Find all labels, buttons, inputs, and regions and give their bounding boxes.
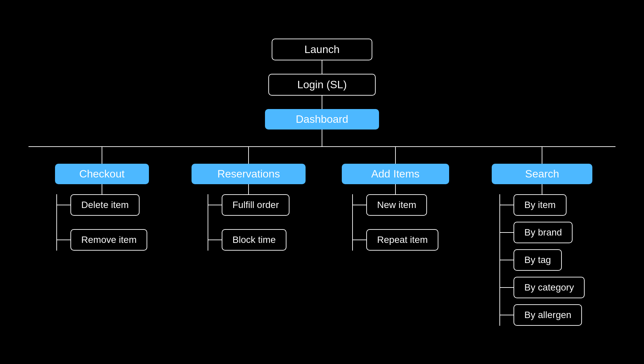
by-item-label: By item bbox=[524, 200, 555, 210]
remove-item-h bbox=[57, 240, 70, 240]
launch-node: Launch bbox=[272, 39, 372, 60]
dashboard-label: Dashboard bbox=[296, 113, 348, 125]
search-column: Search By item bbox=[469, 147, 616, 326]
block-time-h bbox=[208, 240, 222, 240]
search-children-v bbox=[542, 184, 542, 194]
new-item-node: New item bbox=[366, 194, 427, 216]
repeat-item-label: Repeat item bbox=[377, 235, 428, 245]
by-category-label: By category bbox=[524, 282, 574, 293]
dashboard-node: Dashboard bbox=[265, 109, 379, 129]
add-items-bracket-items: New item Repeat item bbox=[353, 194, 438, 251]
repeat-item-h bbox=[353, 240, 366, 240]
by-category-h bbox=[500, 287, 514, 288]
search-node: Search bbox=[492, 164, 592, 184]
checkout-node: Checkout bbox=[55, 164, 149, 184]
checkout-children-v bbox=[102, 184, 102, 194]
reservations-bracket-items: Fulfill order Block time bbox=[208, 194, 289, 251]
reservations-children-v bbox=[248, 184, 249, 194]
by-allergen-label: By allergen bbox=[524, 310, 571, 320]
by-allergen-h bbox=[500, 315, 514, 315]
add-items-children-v bbox=[395, 184, 396, 194]
by-brand-h bbox=[500, 232, 514, 233]
remove-item-label: Remove item bbox=[81, 235, 137, 245]
by-tag-node: By tag bbox=[514, 249, 561, 271]
diagram: Launch Login (SL) Dashboard Checkout bbox=[0, 29, 644, 336]
delete-item-row: Delete item bbox=[57, 194, 147, 216]
reservations-bracket: Fulfill order Block time bbox=[208, 194, 289, 251]
checkout-bracket: Delete item Remove item bbox=[56, 194, 147, 251]
add-items-label: Add Items bbox=[371, 168, 420, 180]
by-allergen-node: By allergen bbox=[514, 304, 582, 326]
fulfill-order-h bbox=[208, 205, 222, 205]
repeat-item-node: Repeat item bbox=[366, 229, 438, 251]
search-bracket-items: By item By brand By tag bbox=[500, 194, 585, 326]
delete-item-node: Delete item bbox=[70, 194, 140, 216]
add-items-v-connector bbox=[395, 147, 396, 164]
block-time-label: Block time bbox=[232, 235, 276, 245]
add-items-node: Add Items bbox=[342, 164, 449, 184]
by-item-h bbox=[500, 205, 514, 205]
launch-label: Launch bbox=[305, 43, 340, 56]
by-category-node: By category bbox=[514, 277, 585, 298]
by-brand-row: By brand bbox=[500, 222, 585, 243]
by-tag-h bbox=[500, 260, 514, 260]
by-brand-node: By brand bbox=[514, 222, 573, 243]
reservations-label: Reservations bbox=[217, 168, 280, 180]
reservations-node: Reservations bbox=[192, 164, 306, 184]
by-brand-label: By brand bbox=[524, 227, 562, 238]
reservations-v-connector bbox=[248, 147, 249, 164]
checkout-column: Checkout Delete item bbox=[29, 147, 175, 251]
reservations-column: Reservations Fulfill order bbox=[175, 147, 322, 251]
block-time-row: Block time bbox=[208, 229, 289, 251]
repeat-item-row: Repeat item bbox=[353, 229, 438, 251]
login-node: Login (SL) bbox=[268, 74, 376, 96]
search-label: Search bbox=[525, 168, 559, 180]
search-bracket: By item By brand By tag bbox=[499, 194, 585, 326]
delete-item-label: Delete item bbox=[81, 200, 129, 210]
by-category-row: By category bbox=[500, 277, 585, 298]
checkout-bracket-items: Delete item Remove item bbox=[57, 194, 147, 251]
add-items-column: Add Items New item bbox=[322, 147, 469, 251]
login-dashboard-connector bbox=[322, 96, 322, 109]
checkout-v-connector bbox=[102, 147, 102, 164]
new-item-row: New item bbox=[353, 194, 438, 216]
top-section: Launch Login (SL) Dashboard bbox=[265, 39, 379, 129]
block-time-node: Block time bbox=[222, 229, 286, 251]
dashboard-hbar-connector bbox=[322, 129, 322, 146]
launch-login-connector bbox=[322, 60, 322, 74]
fulfill-order-label: Fulfill order bbox=[232, 200, 279, 210]
remove-item-node: Remove item bbox=[70, 229, 147, 251]
delete-item-h bbox=[57, 205, 70, 205]
fulfill-order-row: Fulfill order bbox=[208, 194, 289, 216]
new-item-h bbox=[353, 205, 366, 205]
remove-item-row: Remove item bbox=[57, 229, 147, 251]
checkout-label: Checkout bbox=[79, 168, 124, 180]
new-item-label: New item bbox=[377, 200, 416, 210]
add-items-bracket: New item Repeat item bbox=[352, 194, 438, 251]
login-label: Login (SL) bbox=[297, 79, 347, 91]
h-connector-wrapper: Checkout Delete item bbox=[29, 129, 615, 326]
by-item-row: By item bbox=[500, 194, 585, 216]
by-item-node: By item bbox=[514, 194, 566, 216]
by-allergen-row: By allergen bbox=[500, 304, 585, 326]
by-tag-row: By tag bbox=[500, 249, 585, 271]
fulfill-order-node: Fulfill order bbox=[222, 194, 289, 216]
columns-row: Checkout Delete item bbox=[29, 147, 615, 326]
search-v-connector bbox=[542, 147, 542, 164]
by-tag-label: By tag bbox=[524, 255, 551, 265]
